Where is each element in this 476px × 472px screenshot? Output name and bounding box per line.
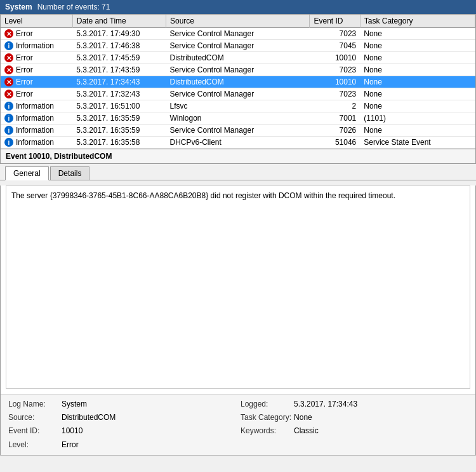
level-text: Information bbox=[16, 114, 54, 123]
cell-taskcategory: None bbox=[360, 125, 475, 137]
table-row[interactable]: iInformation5.3.2017. 16:35:59Service Co… bbox=[1, 125, 475, 137]
level-text: Information bbox=[16, 41, 54, 50]
cell-source: Service Control Manager bbox=[166, 28, 310, 40]
cell-source: Lfsvc bbox=[166, 100, 310, 112]
info-icon: i bbox=[4, 41, 13, 50]
table-row[interactable]: ✕Error5.3.2017. 17:49:30Service Control … bbox=[1, 28, 475, 40]
cell-taskcategory: Service State Event bbox=[360, 137, 475, 149]
col-header-taskcategory[interactable]: Task Category bbox=[360, 15, 475, 28]
table-row[interactable]: iInformation5.3.2017. 16:35:58DHCPv6-Cli… bbox=[1, 137, 475, 149]
cell-source: Service Control Manager bbox=[166, 125, 310, 137]
cell-eventid: 10010 bbox=[310, 52, 360, 64]
error-icon: ✕ bbox=[4, 90, 13, 98]
detail-panel: The server {37998346-3765-45B1-8C66-AA88… bbox=[0, 185, 476, 455]
cell-level: iInformation bbox=[1, 112, 72, 125]
cell-taskcategory: (1101) bbox=[360, 112, 475, 125]
cell-datetime: 5.3.2017. 16:35:59 bbox=[72, 112, 166, 125]
cell-level: iInformation bbox=[1, 125, 72, 137]
level-text: Error bbox=[16, 65, 33, 74]
event-table: Level Date and Time Source Event ID Task… bbox=[1, 15, 475, 149]
table-header-row: Level Date and Time Source Event ID Task… bbox=[1, 15, 475, 28]
meta-eventid-value: 10010 bbox=[62, 425, 83, 437]
event-meta: Log Name: System Logged: 5.3.2017. 17:34… bbox=[1, 394, 475, 455]
tab-general[interactable]: General bbox=[5, 166, 49, 180]
cell-taskcategory: None bbox=[360, 52, 475, 64]
table-row[interactable]: iInformation5.3.2017. 16:35:59Winlogon70… bbox=[1, 112, 475, 125]
cell-datetime: 5.3.2017. 17:34:43 bbox=[72, 76, 166, 88]
cell-datetime: 5.3.2017. 16:35:58 bbox=[72, 137, 166, 149]
cell-datetime: 5.3.2017. 17:46:38 bbox=[72, 40, 166, 52]
cell-eventid: 7023 bbox=[310, 28, 360, 40]
col-header-datetime[interactable]: Date and Time bbox=[72, 15, 166, 28]
level-text: Error bbox=[16, 53, 33, 62]
level-text: Error bbox=[16, 29, 33, 38]
level-text: Information bbox=[16, 102, 54, 111]
cell-eventid: 7023 bbox=[310, 64, 360, 76]
level-text: Information bbox=[16, 126, 54, 135]
cell-eventid: 10010 bbox=[310, 76, 360, 88]
info-icon: i bbox=[4, 138, 13, 147]
level-text: Error bbox=[16, 90, 33, 98]
error-icon: ✕ bbox=[4, 29, 13, 38]
meta-logname: Log Name: System bbox=[8, 398, 235, 410]
meta-keywords: Keywords: Classic bbox=[241, 425, 468, 437]
error-icon: ✕ bbox=[4, 65, 13, 74]
event-list-container: Level Date and Time Source Event ID Task… bbox=[0, 14, 476, 149]
cell-source: DHCPv6-Client bbox=[166, 137, 310, 149]
cell-source: DistributedCOM bbox=[166, 52, 310, 64]
meta-source-value: DistributedCOM bbox=[62, 412, 116, 424]
meta-logged: Logged: 5.3.2017. 17:34:43 bbox=[241, 398, 468, 410]
col-header-eventid[interactable]: Event ID bbox=[310, 15, 360, 28]
table-row[interactable]: ✕Error5.3.2017. 17:32:43Service Control … bbox=[1, 88, 475, 100]
info-icon: i bbox=[4, 126, 13, 135]
title-bar: System Number of events: 71 bbox=[0, 0, 476, 14]
error-icon: ✕ bbox=[4, 53, 13, 62]
cell-eventid: 7001 bbox=[310, 112, 360, 125]
meta-source: Source: DistributedCOM bbox=[8, 412, 235, 424]
meta-taskcategory: Task Category: None bbox=[241, 412, 468, 424]
table-row[interactable]: iInformation5.3.2017. 16:51:00Lfsvc2None bbox=[1, 100, 475, 112]
level-text: Error bbox=[16, 78, 33, 86]
cell-eventid: 7023 bbox=[310, 88, 360, 100]
table-row[interactable]: ✕Error5.3.2017. 17:43:59Service Control … bbox=[1, 64, 475, 76]
cell-eventid: 51046 bbox=[310, 137, 360, 149]
meta-eventid-label: Event ID: bbox=[8, 425, 59, 437]
table-row[interactable]: ✕Error5.3.2017. 17:34:43DistributedCOM10… bbox=[1, 76, 475, 88]
tab-details[interactable]: Details bbox=[50, 166, 90, 180]
cell-level: ✕Error bbox=[1, 64, 72, 76]
cell-level: iInformation bbox=[1, 137, 72, 149]
cell-taskcategory: None bbox=[360, 76, 475, 88]
meta-level: Level: Error bbox=[8, 439, 235, 451]
meta-logged-value: 5.3.2017. 17:34:43 bbox=[294, 398, 357, 410]
cell-source: DistributedCOM bbox=[166, 76, 310, 88]
cell-taskcategory: None bbox=[360, 28, 475, 40]
cell-level: ✕Error bbox=[1, 88, 72, 100]
event-detail-header: Event 10010, DistributedCOM bbox=[0, 149, 476, 164]
meta-logname-value: System bbox=[62, 398, 87, 410]
event-message: The server {37998346-3765-45B1-8C66-AA88… bbox=[6, 185, 470, 389]
col-header-level[interactable]: Level bbox=[1, 15, 72, 28]
cell-source: Winlogon bbox=[166, 112, 310, 125]
cell-datetime: 5.3.2017. 16:51:00 bbox=[72, 100, 166, 112]
cell-datetime: 5.3.2017. 17:43:59 bbox=[72, 64, 166, 76]
cell-source: Service Control Manager bbox=[166, 88, 310, 100]
table-row[interactable]: ✕Error5.3.2017. 17:45:59DistributedCOM10… bbox=[1, 52, 475, 64]
table-row[interactable]: iInformation5.3.2017. 17:46:38Service Co… bbox=[1, 40, 475, 52]
cell-source: Service Control Manager bbox=[166, 64, 310, 76]
meta-keywords-label: Keywords: bbox=[241, 425, 291, 437]
cell-eventid: 2 bbox=[310, 100, 360, 112]
meta-level-label: Level: bbox=[8, 439, 59, 451]
meta-keywords-value: Classic bbox=[294, 425, 319, 437]
cell-taskcategory: None bbox=[360, 40, 475, 52]
cell-level: ✕Error bbox=[1, 52, 72, 64]
meta-taskcategory-label: Task Category: bbox=[241, 412, 291, 424]
meta-taskcategory-value: None bbox=[294, 412, 312, 424]
cell-eventid: 7026 bbox=[310, 125, 360, 137]
col-header-source[interactable]: Source bbox=[166, 15, 310, 28]
meta-source-label: Source: bbox=[8, 412, 59, 424]
cell-taskcategory: None bbox=[360, 100, 475, 112]
cell-level: ✕Error bbox=[1, 28, 72, 40]
info-icon: i bbox=[4, 102, 13, 111]
app-title: System bbox=[5, 3, 32, 11]
cell-level: iInformation bbox=[1, 100, 72, 112]
